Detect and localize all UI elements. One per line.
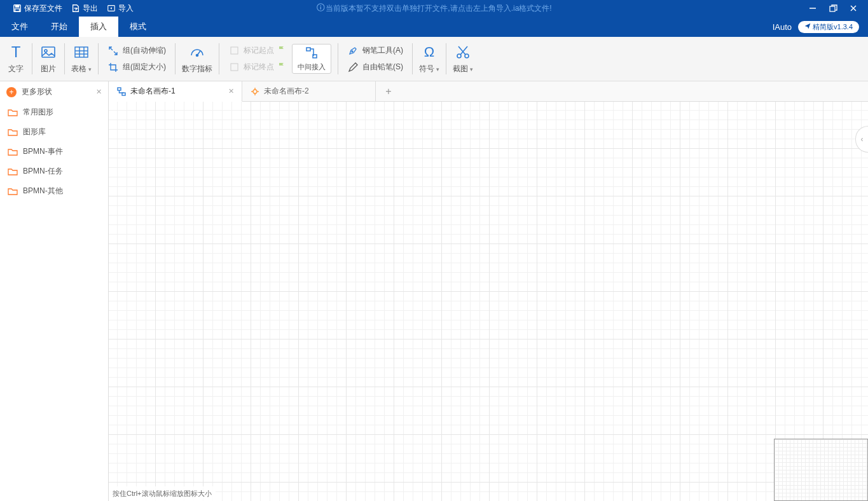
flowchart-icon	[116, 86, 127, 97]
brand-label: IAuto	[773, 22, 792, 32]
menu-file[interactable]: 文件	[0, 17, 39, 37]
tab-2[interactable]: 未命名画布-2	[242, 81, 376, 101]
sidebar-item-label: BPMN-其他	[23, 186, 63, 196]
checkbox-empty-icon	[228, 62, 240, 73]
gauge-icon	[188, 43, 206, 61]
mid-join-button[interactable]: 中间接入	[292, 44, 331, 74]
mark-end-button[interactable]: 标记终点	[226, 60, 288, 74]
titlebar: 保存至文件 导出 导入 当前版本暂不支持双击单独打开文件,请点击左上角导入.ia…	[0, 0, 868, 17]
export-button[interactable]: 导出	[71, 3, 98, 14]
svg-rect-22	[231, 64, 238, 71]
export-label: 导出	[83, 3, 98, 14]
svg-point-5	[320, 5, 321, 6]
export-icon	[71, 4, 80, 13]
sidebar: + 更多形状 ✕ 常用图形 图形库 BPMN-事件 BPMN-任务 BPMN-其…	[0, 81, 109, 501]
sidebar-item-bpmn-other[interactable]: BPMN-其他	[0, 181, 108, 201]
svg-point-13	[45, 50, 47, 52]
notice-text: 当前版本暂不支持双击单独打开文件,请点击左上角导入.ia格式文件!	[326, 3, 551, 14]
svg-point-20	[196, 55, 198, 57]
pencil-icon	[347, 62, 359, 73]
screenshot-label: 截图	[453, 64, 468, 74]
tab-1[interactable]: 未命名画布-1 ✕	[109, 81, 242, 102]
save-label: 保存至文件	[24, 3, 62, 14]
folder-icon	[8, 108, 18, 117]
import-label: 导入	[118, 3, 134, 14]
version-text: 精简版v1.3.4	[813, 22, 853, 32]
svg-rect-14	[75, 47, 88, 57]
free-pencil-button[interactable]: 自由铅笔(S)	[345, 60, 406, 74]
import-button[interactable]: 导入	[107, 3, 134, 14]
folder-icon	[8, 128, 18, 137]
sidebar-header[interactable]: + 更多形状 ✕	[0, 81, 108, 102]
sidebar-close-button[interactable]: ✕	[96, 88, 102, 96]
svg-rect-2	[15, 9, 20, 11]
menubar: 文件 开始 插入 模式 IAuto 精简版v1.3.4	[0, 17, 868, 37]
sidebar-item-common-shapes[interactable]: 常用图形	[0, 102, 108, 122]
version-pill[interactable]: 精简版v1.3.4	[798, 21, 859, 33]
scissors-icon	[454, 43, 472, 61]
collapse-right-panel-button[interactable]: ‹	[855, 126, 868, 153]
group-fixed-button[interactable]: 组(固定大小)	[105, 60, 169, 74]
pen-nib-icon	[347, 45, 359, 57]
screenshot-button[interactable]: 截图▾	[446, 41, 479, 77]
sidebar-item-bpmn-tasks[interactable]: BPMN-任务	[0, 161, 108, 181]
folder-icon	[8, 148, 18, 156]
symbol-label: 符号	[419, 64, 434, 74]
sidebar-item-label: BPMN-任务	[23, 166, 63, 177]
tabs-bar: 未命名画布-1 ✕ 未命名画布-2 +	[109, 81, 868, 102]
resize-out-icon	[107, 45, 119, 57]
svg-rect-31	[118, 88, 121, 90]
minimize-button[interactable]	[806, 1, 820, 15]
tab-close-button[interactable]: ✕	[228, 87, 234, 95]
minimap[interactable]	[774, 439, 868, 501]
canvas[interactable]: ‹ 按住Ctrl+滚动鼠标缩放图标大小	[109, 102, 868, 501]
symbol-button[interactable]: Ω 符号▾	[413, 41, 446, 77]
group-auto-button[interactable]: 组(自动伸缩)	[105, 44, 169, 58]
sidebar-item-shape-lib[interactable]: 图形库	[0, 122, 108, 142]
chevron-down-icon: ▾	[470, 66, 473, 72]
ribbon: T 文字 图片 表格▾ 组(自动伸缩) 组(固定大小) 数字指标	[0, 37, 868, 81]
flag-icon	[278, 46, 286, 55]
maximize-button[interactable]	[826, 1, 840, 15]
mindmap-icon	[250, 86, 260, 97]
sidebar-item-label: BPMN-事件	[23, 146, 63, 157]
sidebar-item-label: 常用图形	[23, 107, 53, 118]
folder-icon	[8, 167, 18, 176]
table-label: 表格	[71, 64, 86, 74]
svg-rect-23	[307, 48, 310, 51]
mark-start-button[interactable]: 标记起点	[226, 44, 288, 58]
menu-mode[interactable]: 模式	[118, 17, 158, 37]
insert-text-button[interactable]: T 文字	[0, 41, 32, 77]
close-button[interactable]	[846, 1, 860, 15]
svg-rect-1	[15, 5, 18, 8]
folder-icon	[8, 187, 18, 196]
import-icon	[107, 4, 116, 13]
menu-start[interactable]: 开始	[39, 17, 79, 37]
status-hint: 按住Ctrl+滚动鼠标缩放图标大小	[109, 486, 216, 501]
save-to-file-button[interactable]: 保存至文件	[13, 3, 62, 14]
num-indicator-button[interactable]: 数字指标	[176, 41, 219, 77]
pen-tool-button[interactable]: 钢笔工具(A)	[345, 44, 406, 58]
sidebar-item-bpmn-events[interactable]: BPMN-事件	[0, 142, 108, 161]
checkbox-empty-icon	[228, 45, 240, 57]
image-icon	[39, 43, 57, 61]
add-tab-button[interactable]: +	[376, 81, 401, 101]
mid-join-label: 中间接入	[298, 62, 326, 72]
svg-text:Ω: Ω	[424, 44, 434, 60]
save-icon	[13, 4, 22, 13]
svg-rect-21	[231, 47, 238, 54]
svg-rect-6	[320, 7, 320, 10]
connector-icon	[305, 46, 319, 60]
crop-icon	[107, 62, 119, 73]
menu-insert[interactable]: 插入	[79, 17, 118, 37]
num-indicator-label: 数字指标	[182, 64, 212, 74]
svg-point-25	[352, 51, 353, 52]
insert-image-button[interactable]: 图片	[32, 41, 64, 77]
svg-text:T: T	[11, 43, 21, 60]
sidebar-item-label: 图形库	[23, 127, 46, 137]
chevron-down-icon: ▾	[436, 66, 439, 72]
chevron-down-icon: ▾	[88, 66, 92, 72]
svg-rect-8	[830, 6, 835, 11]
insert-table-button[interactable]: 表格▾	[65, 41, 98, 77]
svg-rect-12	[42, 47, 55, 57]
